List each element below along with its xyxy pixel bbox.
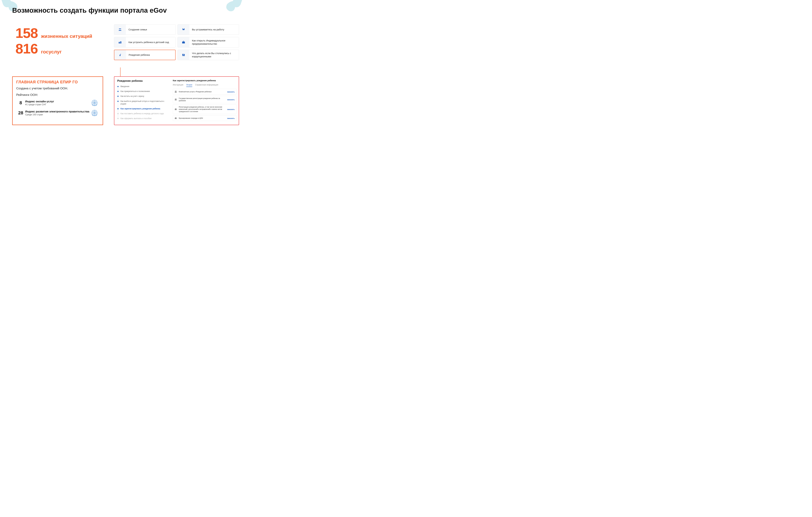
detail-steps-column: Рождение ребенка Введение Как прикрепить… xyxy=(114,77,173,125)
stats-block: 158 жизненных ситуаций 816 госуслуг xyxy=(16,26,100,57)
svg-point-38 xyxy=(176,108,176,109)
svg-point-34 xyxy=(176,91,176,91)
step-item[interactable]: Введение xyxy=(117,85,170,88)
tab-instruction[interactable]: Инструкция xyxy=(173,84,183,87)
card-label: Вы устраиваетесь на работу xyxy=(190,26,227,33)
situation-cards-grid: Создание семьи Вы устраиваетесь на работ… xyxy=(114,24,239,60)
svg-point-35 xyxy=(175,99,176,99)
detail-left-title: Рождение ребенка xyxy=(117,79,170,83)
service-row: Композитная услуга «Рождение ребенка» за… xyxy=(173,89,236,94)
svg-rect-25 xyxy=(182,42,185,44)
rank-title: Индекс развития электронного правительст… xyxy=(25,110,91,113)
step-item[interactable]: Как оформить выплаты и пособия xyxy=(117,117,170,120)
steps-list: Введение Как прикрепиться к поликлинике … xyxy=(117,85,170,120)
step-item[interactable]: Как встать на учет к врачу xyxy=(117,95,170,98)
detail-tabs: Инструкция Услуги Справочная информация xyxy=(173,84,236,87)
order-link[interactable]: заказать xyxy=(227,91,235,93)
step-item[interactable]: Как выйти в декретный отпуск и подготови… xyxy=(117,100,170,105)
tab-reference[interactable]: Справочная информация xyxy=(195,84,218,87)
family-icon xyxy=(118,28,122,31)
un-emblem-icon xyxy=(91,109,98,116)
svg-point-33 xyxy=(175,91,176,91)
situation-card-job[interactable]: Вы устраиваетесь на работу xyxy=(177,24,239,35)
stat-number-2: 816 xyxy=(16,42,38,56)
svg-point-39 xyxy=(175,117,176,118)
detail-services-column: Как зарегистрировать рождение ребенка Ин… xyxy=(173,77,239,125)
order-link[interactable]: заказать xyxy=(227,99,235,101)
epir-panel: ГЛАВНАЯ СТРАНИЦА ЕПИР ГО Создана с учето… xyxy=(12,76,103,125)
svg-point-37 xyxy=(175,108,176,109)
people-icon xyxy=(175,98,177,101)
handshake-icon xyxy=(182,28,185,31)
stat-label-1: жизненных ситуаций xyxy=(41,33,92,39)
service-text: Регистрация рождения ребенка, в том числ… xyxy=(179,106,225,113)
rank-row-1: 8 Индекс онлайн-услуг #1 среди стран СНГ xyxy=(16,99,99,106)
svg-point-17 xyxy=(120,28,121,29)
rank-subtitle: Среди 193 стран xyxy=(25,113,91,116)
epir-subtitle: Создана с учетом требований ООН. xyxy=(16,87,99,90)
rank-row-2: 28 Индекс развития электронного правител… xyxy=(16,109,99,116)
service-row: Регистрация рождения ребенка, в том числ… xyxy=(173,105,236,114)
rank-title: Индекс онлайн-услуг xyxy=(25,100,91,103)
step-item[interactable]: Как прикрепиться к поликлинике xyxy=(117,90,170,92)
detail-panel: Рождение ребенка Введение Как прикрепить… xyxy=(114,76,239,125)
svg-rect-22 xyxy=(119,43,119,43)
service-row: Государственная регистрация рождения реб… xyxy=(173,96,236,103)
detail-right-title: Как зарегистрировать рождение ребенка xyxy=(173,79,236,82)
svg-point-40 xyxy=(176,117,176,118)
svg-rect-23 xyxy=(120,42,121,42)
service-text: Композитная услуга «Рождение ребенка» xyxy=(179,91,225,93)
rank-subtitle: #1 среди стран СНГ xyxy=(25,103,91,106)
situation-card-corruption[interactable]: Что делать если Вы столкнулись с коррупц… xyxy=(177,50,239,60)
situation-card-business[interactable]: Как открыть Индивидуальное предпринимате… xyxy=(177,37,239,48)
service-text: Государственная регистрация рождения реб… xyxy=(179,97,225,102)
svg-rect-21 xyxy=(120,42,121,44)
card-label: Создание семьи xyxy=(126,26,150,33)
svg-rect-24 xyxy=(120,43,121,43)
connector-line xyxy=(120,67,120,76)
service-row: Бронирование очереди в ЦОН заказать xyxy=(173,115,236,121)
kindergarten-icon xyxy=(118,40,122,44)
briefcase-icon xyxy=(182,40,185,44)
page-title: Возможность создать функции портала eGov xyxy=(12,6,167,14)
situation-card-birth[interactable]: Рождение ребенка xyxy=(114,50,176,60)
rank-number: 28 xyxy=(16,110,25,115)
situation-card-family[interactable]: Создание семьи xyxy=(114,24,176,35)
people-icon xyxy=(175,108,177,111)
step-item-active[interactable]: Как зарегистрировать рождение ребенка xyxy=(117,107,170,110)
svg-point-18 xyxy=(182,28,183,29)
rank-number: 8 xyxy=(16,100,25,105)
svg-point-36 xyxy=(176,99,176,99)
svg-point-19 xyxy=(184,28,185,29)
people-icon xyxy=(175,117,177,119)
order-link[interactable]: заказать xyxy=(227,108,235,110)
svg-point-16 xyxy=(119,28,120,29)
card-label: Как открыть Индивидуальное предпринимате… xyxy=(190,37,239,47)
stat-number-1: 158 xyxy=(16,26,38,40)
card-label: Рождение ребенка xyxy=(126,52,152,58)
card-label: Как устроить ребенка в детский сад xyxy=(126,39,172,46)
epir-heading: ГЛАВНАЯ СТРАНИЦА ЕПИР ГО xyxy=(16,80,99,84)
tab-services[interactable]: Услуги xyxy=(186,84,192,87)
card-label: Что делать если Вы столкнулись с коррупц… xyxy=(190,50,239,60)
stat-label-2: госуслуг xyxy=(41,49,62,55)
people-icon xyxy=(175,90,177,93)
decoration-top-right xyxy=(219,0,243,18)
baby-icon xyxy=(118,53,122,57)
step-item[interactable]: Как поставить ребенка в очередь детского… xyxy=(117,112,170,115)
anticorruption-icon xyxy=(182,53,185,57)
order-link[interactable]: заказать xyxy=(227,117,235,119)
situation-card-kindergarten[interactable]: Как устроить ребенка в детский сад xyxy=(114,37,176,48)
service-text: Бронирование очереди в ЦОН xyxy=(179,117,225,119)
svg-rect-26 xyxy=(119,55,120,56)
un-emblem-icon xyxy=(91,99,98,106)
epir-ranks-label: Рейтинги ООН: xyxy=(16,93,99,97)
